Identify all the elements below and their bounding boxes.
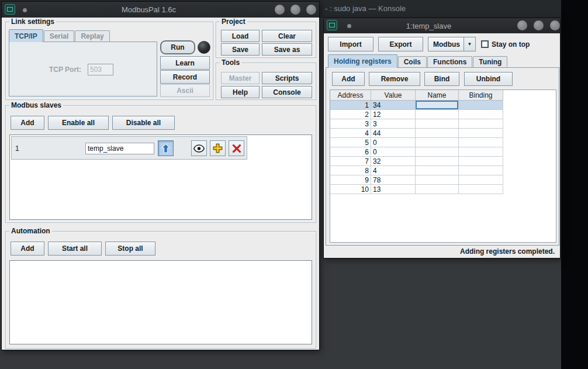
column-header-name[interactable]: Name [416,90,459,101]
name-cell[interactable] [416,119,459,129]
value-cell[interactable]: 3 [371,119,416,129]
tab-tuning[interactable]: Tuning [473,56,507,68]
stop-all-button[interactable]: Stop all [105,242,155,256]
automation-group: Automation Add Start all Stop all [5,231,316,349]
master-button[interactable]: Master [221,72,260,84]
name-cell[interactable] [416,185,459,194]
export-button[interactable]: Export [378,37,423,51]
automation-add-button[interactable]: Add [11,242,44,256]
slave-delete-button[interactable] [229,140,244,156]
slave-view-button[interactable] [191,140,207,156]
tab-replay[interactable]: Replay [75,30,109,42]
column-header-value[interactable]: Value [371,90,416,101]
tab-coils[interactable]: Coils [398,56,427,68]
table-row: 9 78 [330,175,503,185]
tab-serial[interactable]: Serial [44,30,75,42]
maximize-button[interactable] [534,20,544,30]
binding-cell[interactable] [459,175,503,185]
value-cell[interactable]: 13 [371,185,416,194]
name-cell[interactable] [416,110,459,119]
binding-cell[interactable] [459,138,503,147]
address-cell[interactable]: 10 [330,185,371,194]
address-cell[interactable]: 5 [330,138,371,147]
enable-all-button[interactable]: Enable all [48,116,109,130]
binding-cell[interactable] [459,101,503,110]
register-add-button[interactable]: Add [332,72,365,86]
tab-holding-registers[interactable]: Holding registers [328,54,397,68]
name-cell[interactable] [416,138,459,147]
name-cell[interactable] [416,101,459,110]
binding-cell[interactable] [459,129,503,138]
register-remove-button[interactable]: Remove [369,72,420,86]
tab-functions[interactable]: Functions [427,56,472,68]
close-button[interactable] [550,20,560,30]
stay-on-top-label: Stay on top [492,40,530,49]
run-button[interactable]: Run [160,40,195,54]
binding-cell[interactable] [459,166,503,175]
value-cell[interactable]: 12 [371,110,416,119]
eye-icon [193,144,205,153]
tcp-port-field[interactable] [88,64,113,75]
address-cell[interactable]: 6 [330,147,371,157]
value-cell[interactable]: 0 [371,147,416,157]
value-cell[interactable]: 34 [371,101,416,110]
disable-all-button[interactable]: Disable all [112,116,175,130]
name-cell[interactable] [416,147,459,157]
minimize-button[interactable] [275,5,285,15]
name-cell[interactable] [416,166,459,175]
name-cell[interactable] [416,157,459,166]
ascii-button[interactable]: Ascii [160,84,210,97]
address-cell[interactable]: 7 [330,157,371,166]
help-button[interactable]: Help [221,86,260,98]
column-header-address[interactable]: Address [330,90,371,101]
minimize-button[interactable] [517,20,527,30]
name-cell[interactable] [416,175,459,185]
start-all-button[interactable]: Start all [48,242,102,256]
slave-duplicate-button[interactable] [210,140,226,156]
record-button[interactable]: Record [160,70,210,84]
address-cell[interactable]: 9 [330,175,371,185]
value-cell[interactable]: 32 [371,157,416,166]
load-button[interactable]: Load [221,30,260,42]
learn-button[interactable]: Learn [160,56,210,70]
binding-cell[interactable] [459,157,503,166]
maximize-button[interactable] [290,5,300,15]
binding-cell[interactable] [459,147,503,157]
column-header-binding[interactable]: Binding [459,90,503,101]
clear-button[interactable]: Clear [262,30,312,42]
value-cell[interactable]: 4 [371,166,416,175]
table-row: 8 4 [330,166,503,175]
tab-tcpip[interactable]: TCP/IP [9,29,43,42]
register-unbind-button[interactable]: Unbind [464,72,513,86]
value-cell[interactable]: 0 [371,138,416,147]
stay-on-top-checkbox[interactable] [481,40,489,48]
binding-cell[interactable] [459,119,503,129]
save-button[interactable]: Save [221,43,260,56]
scripts-button[interactable]: Scripts [262,72,312,84]
mode-combobox[interactable]: Modbus ▼ [428,37,476,51]
save-as-button[interactable]: Save as [262,43,312,56]
table-row: 5 0 [330,138,503,147]
close-button[interactable] [306,5,316,15]
address-cell[interactable]: 8 [330,166,371,175]
binding-cell[interactable] [459,110,503,119]
register-tabs: Holding registers Coils Functions Tuning [328,54,508,68]
slave-add-button[interactable]: Add [11,116,44,130]
address-cell[interactable]: 2 [330,110,371,119]
modbuspal-window: ModbusPal 1.6c Link settings TCP/IP Seri… [1,1,320,350]
slave-name-field[interactable] [85,143,154,154]
binding-cell[interactable] [459,185,503,194]
address-cell[interactable]: 3 [330,119,371,129]
slave-enabled-toggle[interactable] [158,140,174,156]
link-status-led-icon [198,41,210,54]
slave-window-title: 1:temp_slave [356,18,501,33]
address-cell[interactable]: 1 [330,101,371,110]
slave-row: 1 [11,136,247,160]
value-cell[interactable]: 78 [371,175,416,185]
address-cell[interactable]: 4 [330,129,371,138]
value-cell[interactable]: 44 [371,129,416,138]
console-button[interactable]: Console [262,86,312,98]
import-button[interactable]: Import [328,37,373,51]
name-cell[interactable] [416,129,459,138]
register-bind-button[interactable]: Bind [424,72,459,86]
